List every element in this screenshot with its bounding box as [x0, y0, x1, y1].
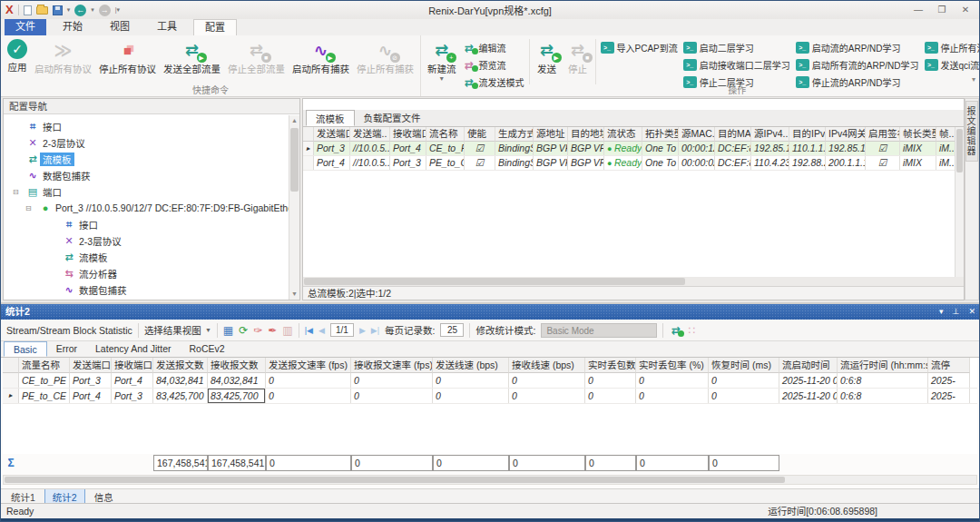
preview-stream-button[interactable]: 预览流: [463, 58, 524, 72]
tree-item-8[interactable]: ⇄流模板: [4, 249, 289, 265]
stream-table-hscrollbar[interactable]: [303, 277, 964, 286]
column-header[interactable]: 流名称: [426, 127, 465, 142]
stop-all-protocols-button[interactable]: 停止所有协议: [95, 37, 160, 75]
first-page-icon[interactable]: |◀: [305, 326, 313, 335]
tree-item-3[interactable]: ∿数据包捕获: [4, 167, 289, 183]
main-tab-1[interactable]: 负载配置文件: [355, 110, 430, 126]
start-stream-arp-nd-learning-button[interactable]: 启动流的ARP/ND学习: [796, 41, 919, 54]
column-header[interactable]: 目的MA..: [715, 127, 751, 142]
restore-button[interactable]: ❐: [930, 2, 954, 16]
tree-item-1[interactable]: ✕2-3层协议: [4, 134, 289, 151]
back-dropdown-icon[interactable]: ▾: [91, 6, 94, 14]
table-row[interactable]: CE_to_PEPort_3Port_484,032,84184,032,841…: [3, 373, 977, 389]
expander-icon[interactable]: ⊟: [25, 204, 38, 212]
save-dropdown-icon[interactable]: ▾: [67, 6, 71, 14]
column-header[interactable]: 发送端口: [314, 127, 350, 142]
stats-tab-error[interactable]: Error: [47, 341, 86, 357]
column-header[interactable]: 流运行时间 (hh:mm:ss): [838, 358, 928, 373]
edit-stream-button[interactable]: 编辑流: [463, 41, 524, 54]
stop-all-traffic-button[interactable]: ■停止全部流量: [224, 37, 289, 75]
add-view-icon[interactable]: ∷: [688, 324, 695, 337]
column-header[interactable]: 流停: [928, 358, 970, 373]
forward-icon[interactable]: →: [99, 5, 111, 16]
send-all-traffic-button[interactable]: ▶发送全部流量: [160, 37, 224, 75]
column-header[interactable]: 发送端口: [70, 358, 112, 373]
chart-icon[interactable]: ▥: [282, 324, 292, 337]
table-row[interactable]: ▸PE_to_CEPort_4Port_383,425,70083,425,70…: [3, 389, 977, 404]
stream-table-vscrollbar[interactable]: [955, 127, 964, 277]
column-header[interactable]: 接收端口: [390, 127, 426, 142]
scroll-thumb[interactable]: [5, 477, 785, 483]
table-row[interactable]: Port_4//10.0.5...Port_3PE_to_CE☑BindingS…: [303, 156, 955, 171]
stop-all-streams-arp-nd-learning-button[interactable]: 停止所有流的ARP/ND学习: [925, 41, 980, 54]
scroll-up-icon[interactable]: ▲: [289, 115, 299, 126]
column-header[interactable]: 启用签名: [866, 127, 900, 142]
apply-button[interactable]: 应用: [4, 37, 31, 74]
column-header[interactable]: 发送报文速率 (fps): [266, 358, 351, 373]
column-header[interactable]: 发送报文数: [153, 358, 208, 373]
start-all-capture-button[interactable]: ▶启动所有捕获: [289, 37, 353, 75]
checkbox-cell[interactable]: ☑: [866, 156, 900, 170]
stats-tab-basic[interactable]: Basic: [4, 341, 47, 357]
column-header[interactable]: 帧..: [936, 127, 955, 142]
tree-item-7[interactable]: ✕2-3层协议: [4, 232, 289, 249]
ribbon-collapse-icon[interactable]: ▾: [972, 75, 975, 84]
column-header[interactable]: 源地址: [534, 127, 568, 142]
tree-item-10[interactable]: ∿数据包捕获: [4, 281, 289, 298]
column-header[interactable]: 恢复时间 (ms): [709, 358, 779, 373]
scroll-thumb[interactable]: [290, 128, 299, 192]
send-button[interactable]: ▶发送: [532, 37, 563, 75]
column-header[interactable]: 帧长类型: [900, 127, 936, 142]
edit-columns-icon[interactable]: ▦: [223, 324, 233, 337]
column-header[interactable]: 发送线速 (bps): [433, 358, 509, 373]
checkbox-cell[interactable]: ☑: [465, 142, 495, 155]
pin-icon[interactable]: ⊥: [953, 304, 960, 319]
new-stream-button[interactable]: +新建流▼: [424, 37, 460, 81]
column-header[interactable]: 接收报文数: [208, 358, 266, 373]
back-icon[interactable]: ←: [74, 5, 86, 16]
refresh-icon[interactable]: ⟳: [239, 324, 248, 337]
open-file-icon[interactable]: [36, 6, 48, 15]
tree-item-6[interactable]: ⌗接口: [4, 216, 289, 232]
panel-menu-icon[interactable]: ▾: [939, 304, 944, 319]
clear-stats-icon[interactable]: ✑: [253, 324, 262, 337]
column-header[interactable]: 目的地址: [568, 127, 604, 142]
column-header[interactable]: 接收线速 (bps): [509, 358, 585, 373]
column-header[interactable]: 发送端..: [350, 127, 390, 142]
checkbox-cell[interactable]: ☑: [866, 142, 900, 155]
tree-item-4[interactable]: ⊟▤端口: [4, 183, 289, 200]
main-tab-0[interactable]: 流模板: [306, 110, 355, 126]
menu-tab-view[interactable]: 视图: [99, 19, 141, 35]
start-l2-learning-button[interactable]: 启动二层学习: [683, 41, 790, 54]
start-all-protocols-button[interactable]: 启动所有协议: [31, 37, 95, 75]
column-header[interactable]: 源IPv4..: [751, 127, 789, 142]
stats-tab-latency-and-jitter[interactable]: Latency And Jitter: [86, 341, 180, 357]
scroll-thumb[interactable]: [956, 129, 963, 172]
menu-tab-home[interactable]: 开始: [52, 19, 93, 35]
column-header[interactable]: 实时丢包数: [585, 358, 636, 373]
tree-item-11[interactable]: ⊟●Port_4 //10.0.5.90/12/8 DC:EF:80:7F:D9…: [4, 298, 289, 300]
send-qci-stream-button[interactable]: 发送qci流: [925, 58, 980, 72]
prev-page-icon[interactable]: ◀: [318, 326, 325, 335]
start-rx-port-l2-learning-button[interactable]: 启动接收端口二层学习: [683, 58, 790, 72]
result-view-selector[interactable]: 选择结果视图 ▼: [144, 323, 211, 337]
save-file-icon[interactable]: [53, 5, 63, 15]
scroll-thumb[interactable]: [304, 278, 685, 285]
column-header[interactable]: 实时丢包率 (%): [636, 358, 709, 373]
stop-all-capture-button[interactable]: ⊘停止所有捕获: [353, 37, 417, 75]
menu-tab-config[interactable]: 配置: [193, 19, 237, 35]
minimize-button[interactable]: —: [906, 2, 930, 16]
tree-item-5[interactable]: ⊟●Port_3 //10.0.5.90/12/7 DC:EF:80:7F:D9…: [4, 200, 289, 216]
stats-mode-select[interactable]: Basic Mode: [541, 323, 657, 338]
packet-editor-tab[interactable]: 报文编辑器: [965, 101, 978, 162]
next-page-icon[interactable]: ▶: [359, 326, 366, 335]
last-page-icon[interactable]: ▶|: [371, 326, 379, 335]
column-header[interactable]: 流启动时间: [779, 358, 838, 373]
new-file-icon[interactable]: [24, 5, 32, 15]
page-size-input[interactable]: 25: [440, 323, 464, 337]
column-header[interactable]: 使能: [465, 127, 495, 142]
stream-mode-icon[interactable]: [669, 324, 682, 336]
nav-scrollbar[interactable]: ▲ ▼: [289, 115, 299, 300]
table-row[interactable]: ▸Port_3//10.0.5...Port_4CE_to_PE☑Binding…: [303, 142, 955, 156]
tree-item-9[interactable]: ⇆流分析器: [4, 265, 289, 281]
